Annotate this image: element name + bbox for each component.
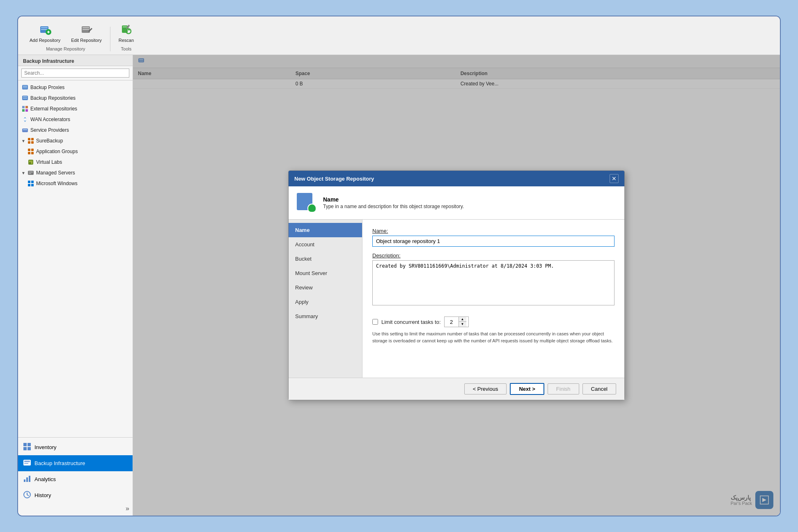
svg-rect-38 [29,172,33,172]
sidebar-item-service-providers[interactable]: Service Providers [18,125,133,135]
history-icon [23,491,31,500]
step-bucket[interactable]: Bucket [289,252,362,266]
name-form-group: Name: [372,228,615,247]
name-field-label: Name: [372,228,615,234]
limit-tasks-value[interactable] [445,318,459,326]
svg-rect-10 [123,26,127,28]
svg-rect-18 [23,98,27,99]
svg-rect-20 [25,106,28,108]
sidebar-item-external-repositories-label: External Repositories [30,106,77,112]
nav-item-backup-infrastructure[interactable]: Backup Infrastructure [18,455,133,471]
nav-item-inventory[interactable]: Inventory [18,439,133,455]
svg-rect-53 [29,476,30,482]
rescan-button[interactable]: Rescan [114,20,139,46]
svg-rect-15 [23,87,27,88]
nav-item-analytics[interactable]: Analytics [18,471,133,487]
sidebar-item-external-repositories[interactable]: External Repositories [18,103,133,114]
svg-rect-27 [31,138,34,140]
svg-rect-40 [28,181,30,183]
content-area: Name Space Description 0 B Created by Ve… [133,55,780,516]
sidebar-search-container [18,66,133,80]
step-review-label: Review [295,284,313,291]
nav-item-inventory-label: Inventory [34,444,56,450]
next-button[interactable]: Next > [510,383,544,395]
spinner-up-button[interactable]: ▲ [459,317,466,322]
modal-steps-panel: Name Account Bucket Mount Server [289,220,362,378]
step-name[interactable]: Name [289,223,362,237]
edit-repository-button[interactable]: Edit Repository [66,20,107,46]
nav-collapse-button[interactable]: » [18,503,133,514]
sidebar-item-backup-repositories[interactable]: Backup Repositories [18,93,133,103]
svg-rect-16 [22,96,28,100]
modal-step-title: Name [323,196,464,203]
edit-repository-icon [79,22,94,37]
managed-servers-arrow: ▼ [21,171,27,175]
sidebar-item-wan-accelerators-label: WAN Accelerators [30,117,70,122]
infra-icon [23,459,31,468]
step-summary-label: Summary [295,313,318,319]
svg-rect-19 [22,106,25,108]
sidebar-item-virtual-labs[interactable]: Virtual Labs [18,157,133,167]
name-field-input[interactable] [372,236,615,247]
limit-tasks-row: Limit concurrent tasks to: ▲ ▼ [372,316,615,327]
description-field-textarea[interactable]: Created by SRV8011161669\Administrator a… [372,260,615,305]
modal-step-desc: Type in a name and description for this … [323,204,464,209]
step-apply-label: Apply [295,299,309,305]
toolbar: Add Repository Edit Repository Manage Re… [18,16,780,55]
step-mount-server[interactable]: Mount Server [289,266,362,280]
rescan-label: Rescan [119,38,134,43]
sidebar-tree: Backup Proxies Backup Repositories [18,80,133,437]
tools-group: Rescan Tools [114,20,139,51]
analytics-icon [23,475,31,484]
sidebar-item-application-groups-label: Application Groups [36,149,78,154]
limit-tasks-checkbox[interactable] [372,319,378,325]
modal-header-text: Name Type in a name and description for … [323,196,464,209]
nav-item-analytics-label: Analytics [34,476,56,482]
svg-rect-5 [48,31,49,33]
sidebar-item-wan-accelerators[interactable]: WAN Accelerators [18,114,133,125]
sidebar-item-microsoft-windows[interactable]: Microsoft Windows [18,178,133,189]
step-account[interactable]: Account [289,237,362,252]
svg-rect-42 [28,184,30,186]
sidebar-item-managed-servers[interactable]: ▼ Managed Servers [18,167,133,178]
limit-tasks-spinner[interactable]: ▲ ▼ [444,316,469,327]
sidebar-item-managed-servers-label: Managed Servers [36,170,75,176]
svg-rect-13 [22,85,28,89]
add-repository-button[interactable]: Add Repository [25,20,65,46]
svg-rect-39 [29,173,31,174]
sidebar-section-title: Backup Infrastructure [18,55,133,66]
spinner-down-button[interactable]: ▼ [459,322,466,327]
spinner-buttons: ▲ ▼ [459,317,466,327]
sidebar-item-backup-proxies[interactable]: Backup Proxies [18,82,133,93]
manage-repository-group-label: Manage Repository [46,46,85,51]
svg-rect-36 [31,161,32,164]
sidebar-item-application-groups[interactable]: Application Groups [18,146,133,157]
modal-close-button[interactable]: ✕ [610,174,619,183]
svg-rect-29 [31,141,34,144]
step-apply[interactable]: Apply [289,295,362,309]
svg-rect-47 [28,447,31,450]
sidebar-item-surebackup-label: SureBackup [36,138,63,144]
add-repository-label: Add Repository [30,38,60,43]
modal-dialog: New Object Storage Repository ✕ Name [288,170,625,400]
previous-button[interactable]: < Previous [464,383,507,394]
modal-footer: < Previous Next > Finish Cancel [289,378,624,400]
nav-item-history[interactable]: History [18,487,133,503]
tools-buttons: Rescan [114,20,139,46]
step-review[interactable]: Review [289,280,362,295]
svg-rect-8 [83,29,89,30]
storage-bucket [307,204,316,213]
wan-icon [21,116,29,123]
main-area: Backup Infrastructure Backup Proxies [18,55,780,516]
limit-help-text: Use this setting to limit the maximum nu… [372,330,615,344]
proxy-icon [21,84,29,91]
step-summary[interactable]: Summary [289,309,362,323]
finish-button[interactable]: Finish [548,383,579,394]
sidebar-search-input[interactable] [21,69,129,78]
sidebar-item-surebackup[interactable]: ▼ SureBackup [18,135,133,146]
cancel-button[interactable]: Cancel [582,383,616,394]
svg-rect-30 [28,149,30,151]
modal-overlay: New Object Storage Repository ✕ Name [133,55,780,516]
modal-title: New Object Storage Repository [294,176,374,182]
svg-rect-46 [23,447,27,450]
